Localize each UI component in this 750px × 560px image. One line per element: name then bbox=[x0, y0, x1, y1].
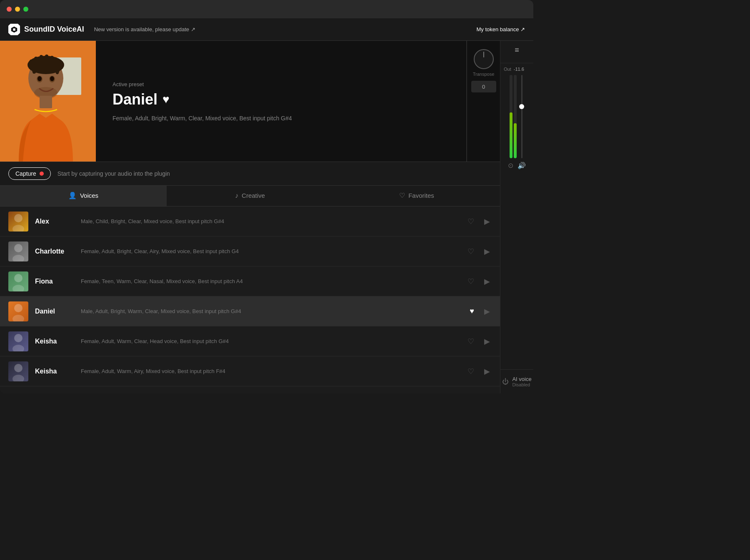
svg-point-23 bbox=[14, 244, 22, 252]
volume-slider[interactable] bbox=[519, 75, 524, 158]
preset-heart-icon[interactable]: ♥ bbox=[162, 93, 170, 106]
out-row: Out -11.6 bbox=[500, 67, 533, 72]
logo-text: SoundID VoiceAI bbox=[24, 25, 84, 34]
meter-bar-right bbox=[514, 123, 517, 158]
meter-bar-left bbox=[510, 112, 512, 158]
svg-point-32 bbox=[14, 334, 22, 342]
ai-voice-text: AI voice Disabled bbox=[512, 376, 531, 387]
voice-avatar-daniel bbox=[8, 301, 28, 321]
tab-creative-label: Creative bbox=[242, 192, 265, 199]
favorite-button-keisha2[interactable]: ♡ bbox=[466, 365, 476, 378]
top-panel: Active preset Daniel ♥ Female, Adult, Br… bbox=[0, 41, 500, 162]
main-content: Active preset Daniel ♥ Female, Adult, Br… bbox=[0, 41, 500, 393]
link-icon[interactable]: ⊙ bbox=[508, 162, 513, 169]
minimize-button[interactable] bbox=[15, 7, 20, 12]
favorite-button-fiona[interactable]: ♡ bbox=[466, 275, 476, 288]
volume-handle[interactable] bbox=[519, 104, 524, 109]
logo-icon bbox=[8, 24, 20, 35]
play-button-charlotte[interactable]: ▶ bbox=[482, 245, 492, 258]
menu-button[interactable]: ≡ bbox=[500, 41, 533, 63]
favorite-button-alex[interactable]: ♡ bbox=[466, 215, 476, 228]
voice-name-fiona: Fiona bbox=[35, 278, 81, 285]
transpose-knob[interactable] bbox=[474, 49, 494, 69]
ai-voice-status: Disabled bbox=[512, 382, 531, 387]
titlebar bbox=[0, 0, 533, 18]
voice-avatar-charlotte bbox=[8, 241, 28, 261]
record-indicator bbox=[40, 172, 44, 176]
person-silhouette bbox=[6, 49, 90, 162]
maximize-button[interactable] bbox=[23, 7, 28, 12]
bottom-ctrl-icons: ⊙ 🔊 bbox=[508, 162, 526, 169]
svg-marker-1 bbox=[13, 28, 15, 30]
play-button-daniel[interactable]: ▶ bbox=[482, 305, 492, 318]
favorite-button-daniel[interactable]: ♥ bbox=[468, 305, 476, 317]
meter-right bbox=[514, 75, 517, 158]
play-button-alex[interactable]: ▶ bbox=[482, 215, 492, 228]
voice-item-charlotte[interactable]: CharlotteFemale, Adult, Bright, Clear, A… bbox=[0, 236, 500, 266]
transpose-label: Transpose bbox=[473, 72, 495, 77]
tab-favorites-label: Favorites bbox=[408, 192, 434, 199]
voice-item-fiona[interactable]: FionaFemale, Teen, Warm, Clear, Nasal, M… bbox=[0, 266, 500, 296]
ai-voice-panel: ⏻ AI voice Disabled bbox=[500, 369, 533, 393]
voice-tags-charlotte: Female, Adult, Bright, Clear, Airy, Mixe… bbox=[81, 248, 466, 254]
preset-name: Daniel ♥ bbox=[112, 91, 450, 108]
svg-point-35 bbox=[14, 364, 22, 372]
voice-actions-daniel: ♥▶ bbox=[468, 305, 492, 318]
favorite-button-charlotte[interactable]: ♡ bbox=[466, 245, 476, 258]
voice-actions-charlotte: ♡▶ bbox=[466, 245, 492, 258]
controls-panel: Transpose 0 bbox=[467, 41, 500, 162]
voice-actions-alex: ♡▶ bbox=[466, 215, 492, 228]
artist-photo bbox=[0, 41, 96, 162]
tab-creative[interactable]: ♪ Creative bbox=[167, 186, 333, 206]
power-icon[interactable]: ⏻ bbox=[502, 378, 509, 386]
close-button[interactable] bbox=[7, 7, 12, 12]
voice-tags-fiona: Female, Teen, Warm, Clear, Nasal, Mixed … bbox=[81, 278, 466, 284]
voice-name-daniel: Daniel bbox=[35, 308, 81, 315]
voice-avatar-fiona bbox=[8, 271, 28, 291]
token-balance-button[interactable]: My token balance ↗ bbox=[475, 26, 525, 32]
tab-favorites[interactable]: ♡ Favorites bbox=[333, 186, 500, 206]
svg-point-16 bbox=[50, 76, 54, 81]
svg-point-20 bbox=[14, 214, 22, 222]
play-button-keisha2[interactable]: ▶ bbox=[482, 365, 492, 378]
capture-bar: Capture Start by capturing your audio in… bbox=[0, 162, 500, 186]
voice-item-keisha1[interactable]: KeishaFemale, Adult, Warm, Clear, Head v… bbox=[0, 326, 500, 356]
voice-name-charlotte: Charlotte bbox=[35, 248, 81, 255]
svg-point-29 bbox=[14, 304, 22, 312]
voice-tags-keisha2: Female, Adult, Warm, Airy, Mixed voice, … bbox=[81, 368, 466, 374]
svg-rect-8 bbox=[40, 55, 43, 72]
meter-left bbox=[510, 75, 512, 158]
capture-label: Capture bbox=[15, 170, 36, 177]
tab-voices[interactable]: 👤 Voices bbox=[0, 186, 167, 206]
voice-name-alex: Alex bbox=[35, 218, 81, 225]
voice-actions-keisha2: ♡▶ bbox=[466, 365, 492, 378]
preset-info: Active preset Daniel ♥ Female, Adult, Br… bbox=[96, 41, 466, 162]
artist-photo-inner bbox=[0, 41, 96, 162]
svg-rect-9 bbox=[45, 55, 48, 71]
update-notice[interactable]: New version is available, please update … bbox=[94, 26, 475, 32]
voice-item-alex[interactable]: AlexMale, Child, Bright, Clear, Mixed vo… bbox=[0, 207, 500, 236]
voice-item-keisha2[interactable]: KeishaFemale, Adult, Warm, Airy, Mixed v… bbox=[0, 356, 500, 386]
voice-tags-keisha1: Female, Adult, Warm, Clear, Head voice, … bbox=[81, 338, 466, 344]
speaker-icon[interactable]: 🔊 bbox=[518, 162, 526, 169]
svg-point-15 bbox=[38, 76, 42, 81]
hamburger-icon: ≡ bbox=[515, 46, 519, 55]
play-button-fiona[interactable]: ▶ bbox=[482, 275, 492, 288]
voice-actions-fiona: ♡▶ bbox=[466, 275, 492, 288]
voice-item-daniel[interactable]: DanielMale, Adult, Bright, Warm, Clear, … bbox=[0, 296, 500, 326]
voice-list: AlexMale, Child, Bright, Clear, Mixed vo… bbox=[0, 207, 500, 393]
voice-name-keisha1: Keisha bbox=[35, 338, 81, 345]
favorite-button-keisha1[interactable]: ♡ bbox=[466, 335, 476, 348]
transpose-input[interactable]: 0 bbox=[471, 81, 496, 92]
voice-avatar-alex bbox=[8, 212, 28, 231]
heart-tab-icon: ♡ bbox=[399, 192, 405, 199]
play-button-keisha1[interactable]: ▶ bbox=[482, 335, 492, 348]
preset-tags: Female, Adult, Bright, Warm, Clear, Mixe… bbox=[112, 115, 450, 122]
right-panel: ≡ Out -11.6 bbox=[500, 41, 533, 393]
voice-avatar-keisha1 bbox=[8, 331, 28, 351]
svg-point-26 bbox=[14, 274, 22, 282]
capture-button[interactable]: Capture bbox=[8, 167, 51, 180]
tabs-bar: 👤 Voices ♪ Creative ♡ Favorites bbox=[0, 186, 500, 207]
knob-container: Transpose 0 bbox=[471, 49, 496, 92]
out-value: -11.6 bbox=[514, 67, 524, 72]
